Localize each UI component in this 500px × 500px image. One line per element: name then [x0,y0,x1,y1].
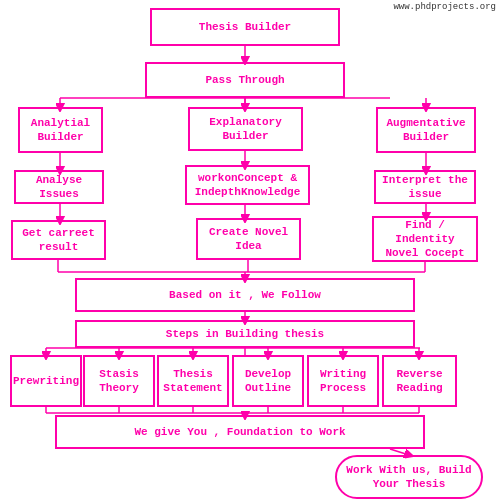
pass-through-box: Pass Through [145,62,345,98]
explanatory-builder-box: Explanatory Builder [188,107,303,151]
steps-building-box: Steps in Building thesis [75,320,415,348]
analytical-builder-box: Analytial Builder [18,107,103,153]
get-carreet-box: Get carreet result [11,220,106,260]
stasis-theory-box: Stasis Theory [83,355,155,407]
based-on-it-box: Based on it , We Follow [75,278,415,312]
work-with-us-oval: Work With us, Build Your Thesis [335,455,483,499]
writing-process-box: Writing Process [307,355,379,407]
augmentative-builder-box: Augmentative Builder [376,107,476,153]
find-indentity-box: Find / Indentity Novel Cocept [372,216,478,262]
interpret-issue-box: Interpret the issue [374,170,476,204]
prewriting-box: Prewriting [10,355,82,407]
create-novel-box: Create Novel Idea [196,218,301,260]
foundation-box: We give You , Foundation to Work [55,415,425,449]
workon-concept-box: workonConcept & IndepthKnowledge [185,165,310,205]
reverse-reading-box: Reverse Reading [382,355,457,407]
thesis-builder-box: Thesis Builder [150,8,340,46]
thesis-statement-box: Thesis Statement [157,355,229,407]
develop-outline-box: Develop Outline [232,355,304,407]
analyse-issues-box: Analyse Issues [14,170,104,204]
